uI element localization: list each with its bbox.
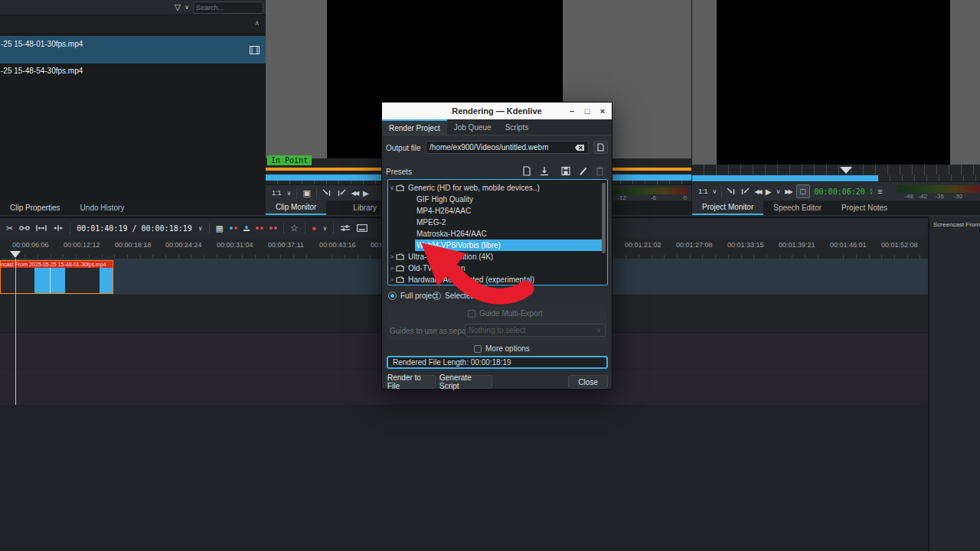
project-monitor-panel: 1:1 ∨ ◀◀ ▶ ∨ ▶▶ ▢ 00:00:06:20 ∧∨ ≡ -48 -… — [691, 0, 980, 215]
kdenlive-app: ▽ ∨ ∧ -25 15-48-01-30fps.mp4 -25 15-48-5… — [0, 0, 980, 551]
ruler-label: 00:01:27:08 — [676, 241, 713, 249]
record-icon[interactable]: ● — [312, 223, 317, 233]
ruler-label: 00:00:43:16 — [319, 241, 356, 249]
rewind-icon[interactable]: ◀◀ — [351, 190, 358, 197]
project-monitor-video — [717, 0, 950, 165]
bin-clip-row-selected[interactable]: -25 15-48-01-30fps.mp4 — [0, 36, 266, 64]
close-button[interactable]: Close — [568, 375, 608, 389]
ruler-label: 00:01:46:01 — [830, 241, 867, 249]
fast-forward-icon[interactable]: ▶▶ — [785, 188, 791, 195]
mix-clips-icon[interactable] — [19, 225, 30, 231]
keyframe-blue-red-icon[interactable] — [230, 227, 237, 230]
play-chevron-icon[interactable]: ∨ — [776, 188, 780, 195]
tab-scripts[interactable]: Scripts — [498, 119, 536, 135]
tab-render-project[interactable]: Render Project — [382, 119, 447, 135]
filter-funnel-icon[interactable]: ▽ — [175, 2, 181, 12]
project-monitor-rulerstrip[interactable] — [692, 165, 980, 175]
preset-item[interactable]: MPEG-2 — [388, 217, 607, 228]
delete-preset-icon[interactable] — [596, 166, 604, 176]
subtitle-panel-icon[interactable] — [357, 224, 368, 232]
tree-scrollbar[interactable] — [602, 183, 606, 253]
save-preset-icon[interactable] — [561, 166, 570, 176]
zoom-chevron-icon[interactable]: ∨ — [713, 188, 717, 195]
maximize-icon[interactable]: □ — [580, 103, 595, 119]
ruler-label: 00:00:31:04 — [217, 241, 253, 249]
playhead-marker-icon[interactable] — [840, 167, 852, 174]
download-presets-icon[interactable] — [540, 166, 549, 176]
zoom-chevron-icon[interactable]: ∨ — [287, 190, 292, 197]
audio-meter — [612, 187, 688, 194]
mixer-icon[interactable] — [340, 224, 351, 232]
favorite-effects-icon[interactable]: ☆ — [290, 223, 299, 233]
insert-zone-icon[interactable] — [36, 224, 47, 232]
tab-speech-editor[interactable]: Speech Editor — [763, 201, 831, 215]
meter-label: -36 — [935, 193, 944, 200]
clip-thumb — [100, 268, 113, 293]
close-icon[interactable]: × — [595, 103, 610, 119]
clip-cut-line — [50, 268, 51, 293]
more-options-checkbox[interactable]: More options — [474, 344, 530, 353]
generate-script-button[interactable]: Generate Script — [439, 375, 492, 389]
monitor-menu-icon[interactable]: ≡ — [877, 187, 882, 196]
new-preset-icon[interactable] — [522, 166, 531, 176]
timeline-clip[interactable]: ncast From 2025-05-25 15-48-01-30fps.mp4 — [0, 260, 113, 294]
bin-list-header: ∧ — [0, 15, 266, 34]
tab-job-queue[interactable]: Job Queue — [447, 119, 498, 135]
bin-clip-row[interactable]: -25 15-48-54-30fps.mp4 — [0, 64, 266, 86]
collapse-icon[interactable]: ∧ — [254, 19, 260, 27]
preset-item[interactable]: MP4-H264/AAC — [388, 205, 607, 217]
output-file-input[interactable]: /home/ex900/Videos/untitled.webm — [426, 141, 589, 154]
tab-clip-properties[interactable]: Clip Properties — [0, 201, 70, 215]
monitor-timecode[interactable]: 00:00:06:20 — [815, 187, 865, 196]
keyframe-red-pair2-icon[interactable] — [270, 227, 277, 230]
keyframe-red-pair-icon[interactable] — [256, 227, 263, 230]
effect-stack-panel: Screencast From ... — [928, 217, 980, 551]
monitor-overlay-icon[interactable]: ▣ — [302, 188, 310, 198]
record-chevron-icon[interactable]: ∨ — [322, 225, 327, 232]
tab-library[interactable]: Library — [343, 201, 387, 215]
meter-label: -30 — [953, 193, 962, 200]
preset-item[interactable]: GIF High Quality — [388, 194, 607, 205]
minimize-icon[interactable]: – — [564, 103, 580, 119]
guide-group: Guide Multi-Export Guides to use as sepa… — [388, 305, 607, 340]
render-to-file-button[interactable]: Render to File — [387, 375, 436, 389]
filter-chevron-icon[interactable]: ∨ — [185, 4, 189, 11]
search-input[interactable] — [193, 2, 263, 14]
edit-preset-icon[interactable] — [579, 166, 588, 176]
set-out-point-icon[interactable] — [337, 189, 346, 197]
timecode-chevron-icon[interactable]: ∨ — [198, 225, 203, 232]
seekbar-rest — [878, 175, 980, 181]
clip-thumb — [34, 268, 50, 293]
zoom-level[interactable]: 1:1 — [698, 187, 708, 195]
project-monitor-seekbar[interactable] — [692, 175, 878, 181]
zoom-level[interactable]: 1:1 — [272, 189, 282, 197]
bin-clip-name: -25 15-48-54-30fps.mp4 — [1, 67, 83, 75]
film-clip-icon — [250, 46, 260, 54]
dialog-tabbar: Render Project Job Queue Scripts — [382, 119, 612, 135]
zone-crop-icon[interactable]: ▢ — [796, 184, 810, 198]
set-in-point-icon[interactable] — [322, 189, 332, 197]
timeline-playhead-icon[interactable] — [10, 251, 21, 258]
preset-group-generic[interactable]: ∨ Generic (HD for web, mobile devices..) — [388, 182, 607, 194]
set-in-point-icon[interactable] — [727, 187, 736, 195]
dialog-titlebar[interactable]: Rendering — Kdenlive – □ × — [382, 103, 612, 119]
cut-scissors-icon[interactable]: ✂ — [6, 223, 13, 233]
playhead-line[interactable] — [15, 259, 16, 405]
browse-file-button[interactable] — [593, 141, 608, 154]
tab-clip-monitor[interactable]: Clip Monitor — [266, 201, 326, 215]
rewind-icon[interactable]: ◀◀ — [754, 188, 760, 195]
timecode-spinner[interactable]: ∧∨ — [870, 188, 873, 194]
remove-space-icon[interactable] — [53, 224, 64, 232]
set-out-point-icon[interactable] — [740, 187, 750, 195]
tab-project-monitor[interactable]: Project Monitor — [692, 201, 763, 215]
timeline-timecode[interactable]: 00:01:40:19 / 00:00:18:19 — [77, 224, 192, 233]
bin-toolbar: ▽ ∨ — [0, 0, 266, 15]
clear-input-icon[interactable] — [574, 144, 585, 152]
annotation-arrow — [410, 233, 540, 306]
play-icon[interactable]: ▶ — [766, 187, 772, 196]
tab-project-notes[interactable]: Project Notes — [831, 201, 897, 215]
thumbnails-icon[interactable]: ▦ — [216, 223, 224, 233]
play-icon[interactable]: ▶ — [363, 189, 369, 197]
keyframe-raise-icon[interactable] — [243, 226, 250, 231]
tab-undo-history[interactable]: Undo History — [70, 201, 135, 215]
